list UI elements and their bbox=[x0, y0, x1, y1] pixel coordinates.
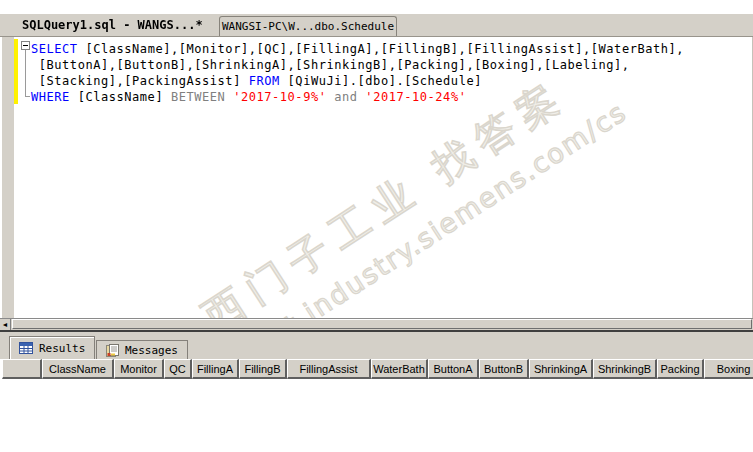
scroll-left-arrow-icon[interactable]: ◄ bbox=[0, 319, 11, 330]
tab-results[interactable]: Results bbox=[9, 336, 95, 359]
change-tracking-bar bbox=[14, 39, 18, 104]
code-line[interactable]: [Stacking],[PackingAssist] FROM [QiWuJi]… bbox=[31, 73, 684, 89]
code-line[interactable]: [ButtonA],[ButtonB],[ShrinkingA],[Shrink… bbox=[31, 57, 684, 73]
fold-guide-corner bbox=[25, 96, 30, 97]
column-header-FillingAssist[interactable]: FillingAssist bbox=[287, 359, 371, 379]
scrollbar-thumb[interactable] bbox=[12, 319, 752, 329]
doc-tab-sqlquery1[interactable]: SQLQuery1.sql - WANGS...* bbox=[5, 14, 215, 36]
ssms-query-window: SQLQuery1.sql - WANGS...* WANGSI-PC\W...… bbox=[0, 0, 753, 452]
results-grid-icon bbox=[19, 342, 33, 354]
column-header-Packing[interactable]: Packing bbox=[657, 359, 704, 379]
fold-guide-line bbox=[25, 50, 26, 96]
doc-tab-sqlquery1-label: SQLQuery1.sql - WANGS...* bbox=[22, 18, 203, 32]
editor-indicator-margin bbox=[2, 37, 14, 318]
column-header-ButtonB[interactable]: ButtonB bbox=[479, 359, 529, 379]
sql-editor[interactable]: SELECT [ClassName],[Monitor],[QC],[Filli… bbox=[0, 37, 753, 318]
column-header-ShrinkingB[interactable]: ShrinkingB bbox=[593, 359, 657, 379]
results-pane: Results Messages ClassNameMonit bbox=[0, 332, 753, 452]
row-selector-header[interactable] bbox=[2, 359, 42, 379]
sql-code-text[interactable]: SELECT [ClassName],[Monitor],[QC],[Filli… bbox=[31, 41, 684, 105]
code-line[interactable]: SELECT [ClassName],[Monitor],[QC],[Filli… bbox=[31, 41, 684, 57]
messages-notepad-icon bbox=[106, 344, 119, 357]
results-grid-header: ClassNameMonitorQCFillingAFillingBFillin… bbox=[2, 359, 753, 379]
column-header-ClassName[interactable]: ClassName bbox=[42, 359, 114, 379]
tab-messages-label: Messages bbox=[125, 344, 178, 357]
doc-tab-schedule-table[interactable]: WANGSI-PC\W...dbo.Schedule bbox=[219, 16, 397, 36]
horizontal-scrollbar[interactable]: ◄ bbox=[0, 318, 753, 332]
column-header-QC[interactable]: QC bbox=[164, 359, 192, 379]
column-header-Monitor[interactable]: Monitor bbox=[114, 359, 164, 379]
tab-results-label: Results bbox=[39, 342, 85, 355]
column-header-FillingA[interactable]: FillingA bbox=[192, 359, 239, 379]
doc-tab-schedule-label: WANGSI-PC\W...dbo.Schedule bbox=[222, 20, 394, 33]
code-line[interactable]: WHERE [ClassName] BETWEEN '2017-10-9%' a… bbox=[31, 89, 684, 105]
column-header-FillingB[interactable]: FillingB bbox=[239, 359, 287, 379]
column-header-ButtonA[interactable]: ButtonA bbox=[428, 359, 479, 379]
tab-messages[interactable]: Messages bbox=[96, 340, 188, 359]
results-grid-body bbox=[0, 379, 753, 452]
column-header-ShrinkingA[interactable]: ShrinkingA bbox=[529, 359, 593, 379]
column-header-WaterBath[interactable]: WaterBath bbox=[371, 359, 428, 379]
watermark-url-text: support.industry.siemens.com/cs bbox=[160, 76, 663, 318]
document-tab-bar: SQLQuery1.sql - WANGS...* WANGSI-PC\W...… bbox=[0, 14, 753, 37]
collapse-minus-icon[interactable] bbox=[21, 41, 30, 50]
column-header-Boxing[interactable]: Boxing bbox=[704, 359, 753, 379]
results-tab-strip: Results Messages bbox=[0, 332, 753, 359]
